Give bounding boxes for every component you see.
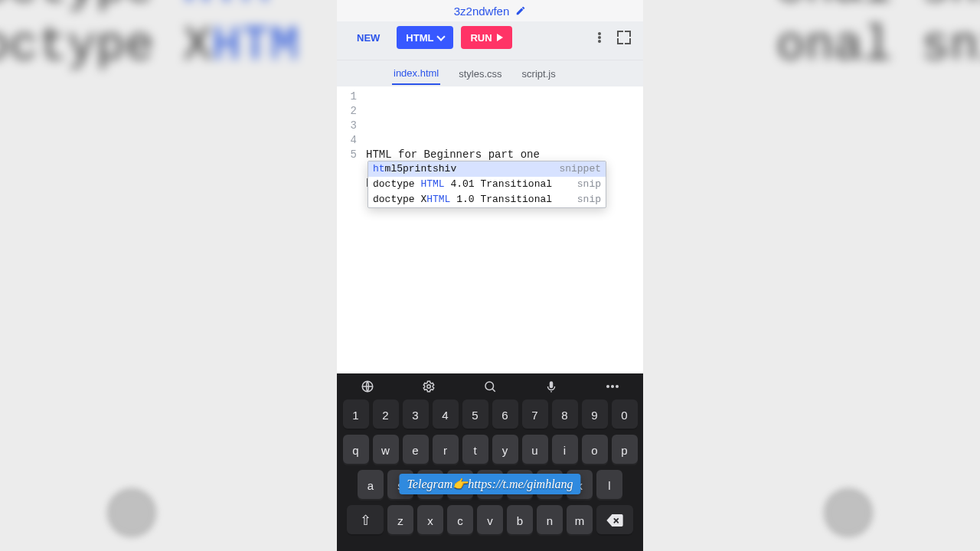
key[interactable]: 4 (433, 399, 459, 430)
line-number: 2 (337, 104, 357, 119)
toolbar: NEW HTML RUN (337, 21, 643, 60)
key[interactable]: r (433, 435, 459, 465)
mic-icon[interactable] (541, 377, 561, 396)
more-icon[interactable] (603, 377, 622, 396)
search-icon[interactable] (480, 377, 500, 396)
autocomplete-item[interactable]: html5printshiv snippet (368, 161, 606, 177)
line-number-gutter: 1 2 3 4 5 (337, 86, 361, 373)
nav-ghost-emoji-icon (107, 488, 156, 537)
autocomplete-item[interactable]: doctype XHTML 1.0 Transitional snip (368, 192, 606, 207)
gear-icon[interactable] (419, 377, 439, 396)
svg-point-1 (427, 385, 431, 389)
key[interactable]: 3 (403, 399, 429, 430)
new-button-label: NEW (357, 32, 380, 44)
line-number: 1 (337, 90, 357, 104)
key[interactable]: 1 (343, 399, 369, 430)
bg-text: doctype X (0, 18, 212, 73)
svg-point-3 (606, 385, 609, 388)
autocomplete-kind: snippet (559, 162, 601, 176)
autocomplete-kind: snip (577, 193, 601, 207)
keyboard-row-q: q w e r t y u i o p (341, 435, 639, 465)
key[interactable]: c (447, 505, 473, 536)
globe-icon[interactable] (358, 377, 377, 396)
run-button-label: RUN (470, 32, 492, 44)
key[interactable]: 2 (373, 399, 399, 430)
backspace-key[interactable] (596, 505, 633, 536)
bg-text: doctype (0, 0, 183, 15)
key[interactable]: l (596, 470, 622, 500)
code-area[interactable]: HTML for Beginners part one htm (361, 86, 643, 373)
keyboard-toolbar (337, 373, 643, 399)
run-button[interactable]: RUN (461, 26, 511, 49)
key[interactable]: w (373, 435, 399, 465)
key[interactable]: n (537, 505, 563, 536)
key[interactable]: 6 (492, 399, 518, 430)
line-number: 4 (337, 133, 357, 148)
bg-text: onal snip (776, 18, 980, 73)
svg-point-2 (485, 382, 494, 390)
app-viewport: 3z2ndwfen NEW HTML RUN index.html styl (337, 0, 643, 551)
code-editor[interactable]: 1 2 3 4 5 HTML for Beginners part one ht… (337, 86, 643, 373)
key[interactable]: 5 (462, 399, 488, 430)
play-icon (497, 34, 503, 41)
svg-point-4 (611, 385, 614, 388)
key[interactable]: 8 (552, 399, 578, 430)
shift-key[interactable]: ⇧ (347, 505, 384, 536)
key[interactable]: y (492, 435, 518, 465)
tab-styles-css[interactable]: styles.css (457, 64, 503, 84)
key[interactable]: 0 (612, 399, 638, 430)
autocomplete-kind: snip (577, 178, 601, 191)
key[interactable]: 7 (522, 399, 548, 430)
fullscreen-exit-button[interactable] (616, 29, 632, 46)
key[interactable]: e (403, 435, 429, 465)
project-title-bar: 3z2ndwfen (337, 0, 643, 21)
tab-script-js[interactable]: script.js (521, 64, 557, 84)
autocomplete-item[interactable]: doctype HTML 4.01 Transitional snip (368, 177, 606, 192)
key[interactable]: t (462, 435, 488, 465)
keyboard-row-z: ⇧ z x c v b n m (341, 505, 639, 536)
key[interactable]: p (612, 435, 638, 465)
tab-index-html[interactable]: index.html (392, 63, 440, 85)
code-line: HTML for Beginners part one (366, 148, 540, 161)
onscreen-keyboard: 1 2 3 4 5 6 7 8 9 0 q w e r t y u i o (337, 373, 643, 551)
chevron-down-icon (437, 32, 446, 41)
key[interactable]: 9 (582, 399, 608, 430)
bg-text: HTM (212, 18, 299, 73)
key[interactable]: i (552, 435, 578, 465)
bg-text: onal snip (776, 0, 980, 15)
project-name[interactable]: 3z2ndwfen (454, 5, 510, 18)
key[interactable]: u (522, 435, 548, 465)
key[interactable]: b (507, 505, 533, 536)
file-tabs: index.html styles.css script.js (337, 60, 643, 86)
new-button[interactable]: NEW (348, 26, 389, 49)
key[interactable]: q (343, 435, 369, 465)
line-number: 5 (337, 148, 357, 162)
svg-point-5 (616, 385, 619, 388)
key[interactable]: m (567, 505, 593, 536)
nav-ghost-mic-icon (824, 488, 873, 537)
bg-text: HTM (183, 0, 270, 15)
keyboard-row-numbers: 1 2 3 4 5 6 7 8 9 0 (341, 399, 639, 430)
key[interactable]: a (358, 470, 384, 500)
line-number: 3 (337, 119, 357, 133)
fullscreen-exit-icon (617, 31, 631, 44)
language-dropdown[interactable]: HTML (397, 26, 453, 49)
more-menu-button[interactable] (591, 29, 608, 46)
key[interactable]: z (387, 505, 413, 536)
key[interactable]: o (582, 435, 608, 465)
key[interactable]: x (417, 505, 443, 536)
key[interactable]: v (477, 505, 503, 536)
autocomplete-popup: html5printshiv snippet doctype HTML 4.01… (368, 161, 606, 208)
language-label: HTML (406, 32, 433, 44)
telegram-banner: Telegram👉https://t.me/gimhlang (399, 474, 580, 494)
edit-name-icon[interactable] (515, 5, 526, 16)
